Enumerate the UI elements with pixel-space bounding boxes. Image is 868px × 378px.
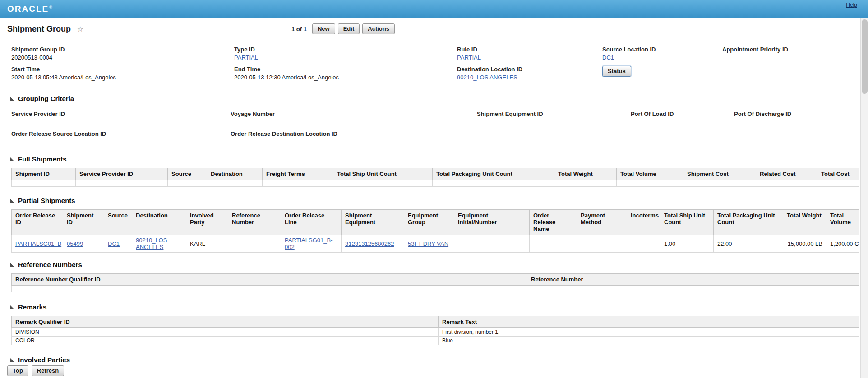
title-row: Shipment Group ☆ 1 of 1 New Edit Actions (7, 24, 861, 37)
column-header: Shipment Cost (683, 168, 756, 180)
order-release-line-link[interactable]: PARTIALSG01_B-002 (285, 237, 332, 250)
collapse-triangle-icon[interactable] (10, 97, 14, 101)
new-button[interactable]: New (312, 23, 335, 34)
remarks-row: COLOR Blue (12, 337, 859, 345)
section-remarks: Remarks (10, 303, 868, 311)
field-start-time: Start Time 2020-05-13 05:43 America/Los_… (11, 66, 234, 81)
remark-text-cell: Blue (439, 337, 859, 345)
vertical-scrollbar[interactable] (860, 18, 868, 378)
section-grouping-criteria: Grouping Criteria (10, 95, 868, 102)
column-header: Total Weight (554, 168, 617, 180)
payment-method-cell (577, 235, 627, 253)
source-location-id-link[interactable]: DC1 (602, 54, 614, 61)
reference-numbers-table: Reference Number Qualifier ID Reference … (11, 273, 859, 292)
partial-shipments-table: Order Release ID Shipment ID Source Dest… (11, 209, 859, 253)
port-of-load-id-label: Port Of Load ID (631, 111, 734, 117)
incoterms-cell (627, 235, 660, 253)
column-header: Source (104, 210, 132, 235)
edit-button[interactable]: Edit (338, 23, 360, 34)
column-header: Total Volume (617, 168, 683, 180)
remark-text-cell: First division, number 1. (439, 328, 859, 337)
full-shipments-title: Full Shipments (18, 155, 67, 163)
column-header: Involved Party (186, 210, 228, 235)
source-link[interactable]: DC1 (108, 240, 120, 247)
top-button[interactable]: Top (7, 365, 28, 376)
column-header: Order Release Name (530, 210, 577, 235)
column-header: Destination (132, 210, 186, 235)
type-id-label: Type ID (234, 46, 457, 53)
column-header: Shipment ID (63, 210, 104, 235)
equipment-group-link[interactable]: 53FT DRY VAN (408, 240, 448, 247)
scrollbar-thumb[interactable] (862, 19, 868, 94)
order-release-id-link[interactable]: PARTIALSG01_B (15, 240, 61, 247)
field-shipment-group-id: Shipment Group ID 20200513-0004 (11, 46, 234, 61)
remarks-table: Remark Qualifier ID Remark Text DIVISION… (11, 316, 859, 345)
remarks-title: Remarks (18, 303, 46, 311)
column-header: Shipment Equipment (342, 210, 404, 235)
title-actions: 1 of 1 New Edit Actions (291, 23, 395, 34)
shipment-equipment-link[interactable]: 312313125680262 (345, 240, 394, 247)
column-header: Total Volume (826, 210, 859, 235)
collapse-triangle-icon[interactable] (10, 358, 14, 362)
column-header: Reference Number (527, 274, 859, 286)
header-fields: Shipment Group ID 20200513-0004 Type ID … (0, 46, 868, 81)
shipment-group-id-label: Shipment Group ID (11, 46, 234, 53)
registered-mark-icon: ® (49, 5, 52, 9)
favorite-star-icon[interactable]: ☆ (77, 25, 83, 33)
reference-numbers-header-row: Reference Number Qualifier ID Reference … (12, 274, 859, 286)
column-header: Total Weight (783, 210, 826, 235)
voyage-number-label: Voyage Number (231, 111, 477, 117)
total-weight-cell: 15,000.00 LB (783, 235, 826, 253)
column-header: Remark Text (439, 316, 859, 328)
section-full-shipments: Full Shipments (10, 155, 868, 163)
partial-shipments-title: Partial Shipments (18, 197, 75, 204)
end-time-label: End Time (234, 66, 457, 73)
reference-number-cell (228, 235, 281, 253)
oracle-logo: ORACLE® (7, 4, 52, 14)
remarks-row: DIVISION First division, number 1. (12, 328, 859, 337)
status-button[interactable]: Status (602, 66, 631, 77)
column-header: Total Packaging Unit Count (714, 210, 783, 235)
page-title: Shipment Group (7, 24, 71, 33)
shipment-id-link[interactable]: 05499 (67, 240, 83, 247)
grouping-criteria-row2: Order Release Source Location ID Order R… (0, 130, 868, 137)
rule-id-label: Rule ID (457, 46, 602, 53)
full-shipments-table: Shipment ID Service Provider ID Source D… (11, 168, 859, 187)
column-header: Shipment ID (12, 168, 76, 180)
end-time-value: 2020-05-13 12:30 America/Los_Angeles (234, 74, 457, 81)
field-appointment-priority-id: Appointment Priority ID (722, 46, 868, 61)
record-count: 1 of 1 (291, 26, 307, 32)
column-header: Payment Method (577, 210, 627, 235)
involved-party-cell: KARL (186, 235, 228, 253)
refresh-button[interactable]: Refresh (32, 365, 64, 376)
shipment-equipment-id-label: Shipment Equipment ID (477, 111, 631, 117)
destination-link[interactable]: 90210_LOS ANGELES (136, 237, 167, 250)
column-header: Order Release ID (12, 210, 63, 235)
source-location-id-label: Source Location ID (602, 46, 722, 53)
section-involved-parties: Involved Parties (10, 356, 868, 364)
column-header: Source (168, 168, 207, 180)
collapse-triangle-icon[interactable] (10, 157, 14, 161)
start-time-label: Start Time (11, 66, 234, 73)
field-status: Status (602, 66, 722, 81)
field-end-time: End Time 2020-05-13 12:30 America/Los_An… (234, 66, 457, 81)
type-id-link[interactable]: PARTIAL (234, 54, 258, 61)
column-header: Reference Number (228, 210, 281, 235)
destination-location-id-link[interactable]: 90210_LOS ANGELES (457, 74, 517, 81)
partial-shipments-data-row: PARTIALSG01_B 05499 DC1 90210_LOS ANGELE… (12, 235, 859, 253)
remark-qualifier-cell: COLOR (12, 337, 439, 345)
rule-id-link[interactable]: PARTIAL (457, 54, 481, 61)
help-link[interactable]: Help (846, 2, 857, 8)
appointment-priority-id-value (722, 54, 868, 61)
order-release-destination-location-id-label: Order Release Destination Location ID (231, 130, 868, 137)
reference-numbers-title: Reference Numbers (18, 261, 82, 268)
collapse-triangle-icon[interactable] (10, 263, 14, 267)
field-type-id: Type ID PARTIAL (234, 46, 457, 61)
service-provider-id-label: Service Provider ID (11, 111, 231, 117)
oracle-logo-text: ORACLE (7, 4, 49, 14)
remark-qualifier-cell: DIVISION (12, 328, 439, 337)
collapse-triangle-icon[interactable] (10, 198, 14, 203)
field-source-location-id: Source Location ID DC1 (602, 46, 722, 61)
actions-button[interactable]: Actions (362, 23, 395, 34)
collapse-triangle-icon[interactable] (10, 305, 14, 309)
